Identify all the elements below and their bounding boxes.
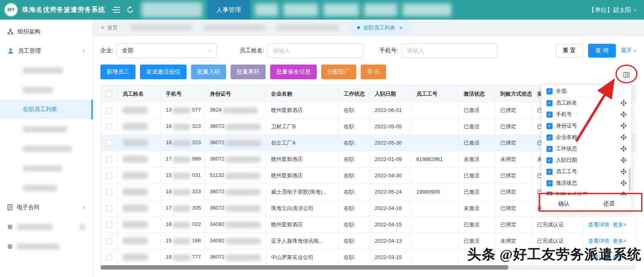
restore-button[interactable]: 还原: [586, 196, 632, 212]
sidebar-item-employee-management[interactable]: 员工管理 ∧: [0, 41, 93, 60]
view-detail-link[interactable]: 查看详情: [588, 238, 609, 244]
more-link[interactable]: 更多>: [613, 221, 626, 228]
checkbox-checked-icon[interactable]: ✓: [546, 123, 553, 129]
checkbox-checked-icon[interactable]: ✓: [546, 112, 553, 118]
tab-redacted[interactable]: [277, 25, 338, 31]
column-option[interactable]: ✓ 工作状态: [542, 143, 631, 154]
send-activation-sms-button[interactable]: 发送激活短信: [140, 65, 187, 79]
company-select[interactable]: 全部 ∨: [117, 43, 217, 58]
drag-handle-icon[interactable]: [621, 123, 626, 129]
dot-icon: [357, 26, 360, 29]
drag-handle-icon[interactable]: [621, 192, 626, 195]
sidebar-subitem-redacted[interactable]: [0, 60, 93, 80]
sidebar-item-org-structure[interactable]: 组织架构: [0, 22, 93, 41]
drag-handle-icon[interactable]: [621, 157, 626, 163]
tab-redacted[interactable]: [130, 25, 191, 31]
more-link[interactable]: 更多>: [613, 238, 626, 244]
column-settings-button[interactable]: [621, 69, 632, 80]
checkbox-checked-icon[interactable]: ✓: [546, 157, 553, 163]
nav-item-redacted[interactable]: [283, 3, 318, 16]
tab-active-employee-list[interactable]: 在职员工列表 ×: [351, 20, 409, 36]
add-employee-button[interactable]: 新增员工: [100, 65, 135, 79]
nav-item-redacted[interactable]: [323, 3, 359, 16]
scrollbar-thumb[interactable]: [100, 265, 509, 270]
column-option[interactable]: ✓ 员工工号: [542, 166, 631, 177]
column-option[interactable]: ✓ 到账方式状态: [542, 189, 631, 195]
collapse-menu-icon[interactable]: [112, 7, 120, 13]
sidebar-item-econtract[interactable]: 电子合同 ∨: [0, 198, 93, 217]
row-checkbox[interactable]: [106, 238, 112, 244]
checkbox-checked-icon[interactable]: ✓: [546, 88, 553, 94]
view-detail-link[interactable]: 查看详情: [588, 254, 609, 260]
checkbox-checked-icon[interactable]: ✓: [546, 134, 553, 141]
row-checkbox[interactable]: [106, 156, 112, 163]
row-checkbox[interactable]: [106, 173, 112, 179]
batch-onboard-button[interactable]: 批量入职: [191, 65, 226, 79]
row-checkbox[interactable]: [106, 140, 112, 146]
horizontal-scrollbar[interactable]: [100, 265, 637, 270]
panel-scrollbar[interactable]: [629, 168, 631, 191]
row-checkbox[interactable]: [106, 124, 112, 130]
export-button[interactable]: 导 出: [361, 65, 386, 79]
checkbox-checked-icon[interactable]: ✓: [546, 100, 553, 106]
sidebar-subitem-redacted[interactable]: [0, 80, 93, 100]
batch-leave-button[interactable]: 批量离职: [231, 65, 266, 79]
confirm-button[interactable]: 确认: [542, 196, 586, 212]
drag-handle-icon[interactable]: [621, 180, 626, 186]
nav-item-hr-management[interactable]: 人事管理: [207, 0, 250, 20]
phone-redacted: [173, 206, 191, 212]
drag-handle-icon[interactable]: [621, 112, 626, 117]
employee-name-input[interactable]: [267, 43, 363, 58]
column-option[interactable]: ✓ 手机号: [542, 109, 631, 120]
header-checkbox[interactable]: [106, 91, 112, 97]
row-checkbox[interactable]: [106, 206, 112, 212]
batch-edit-button[interactable]: 批量修改信息: [270, 65, 317, 79]
checkbox-checked-icon[interactable]: ✓: [546, 146, 553, 152]
nav-item-redacted[interactable]: [402, 3, 451, 16]
assign-factory-button[interactable]: 分配驻厂: [321, 65, 356, 79]
row-checkbox[interactable]: [106, 107, 112, 114]
checkbox-checked-icon[interactable]: ✓: [546, 192, 553, 196]
select-all-option[interactable]: ✓ 全选: [542, 85, 631, 97]
row-checkbox[interactable]: [106, 189, 112, 195]
sidebar-subitem-redacted[interactable]: [0, 159, 93, 178]
id-cell: 36072: [205, 200, 266, 217]
binding-cell: 已绑定: [495, 184, 532, 200]
search-button[interactable]: 查 询: [588, 44, 616, 58]
column-option[interactable]: ✓ 企业名称: [542, 132, 631, 143]
sidebar-subitem-redacted[interactable]: [0, 119, 93, 139]
sidebar-subitem-redacted[interactable]: [0, 139, 93, 159]
close-icon[interactable]: ×: [399, 25, 402, 31]
nav-item-redacted[interactable]: [141, 2, 202, 18]
expand-toggle[interactable]: 展开 ∨: [621, 47, 637, 54]
row-checkbox[interactable]: [106, 255, 112, 261]
sidebar-item-active-employee-list[interactable]: 在职员工列表: [0, 100, 93, 119]
view-detail-link[interactable]: 查看详情: [588, 221, 609, 228]
column-option[interactable]: ✓ 激活状态: [542, 177, 631, 189]
drag-handle-icon[interactable]: [621, 100, 626, 106]
drag-handle-icon[interactable]: [621, 146, 626, 152]
company-cell: 赣州星辉酒店: [266, 102, 339, 118]
nav-item-redacted[interactable]: [255, 3, 278, 16]
work-status-cell: 在职: [339, 217, 370, 233]
sidebar-item-redacted[interactable]: [0, 217, 93, 237]
column-option[interactable]: ✓ 身份证号: [542, 120, 631, 132]
column-option[interactable]: ✓ 入职日期: [542, 154, 631, 166]
drag-handle-icon[interactable]: [621, 134, 626, 140]
row-checkbox[interactable]: [106, 222, 112, 228]
drag-handle-icon[interactable]: [621, 169, 626, 174]
tab-redacted[interactable]: [204, 25, 265, 31]
sidebar-item-redacted[interactable]: [0, 237, 93, 256]
reset-button[interactable]: 重 置: [555, 44, 583, 58]
column-option[interactable]: ✓ 员工姓名: [542, 97, 631, 109]
refresh-icon[interactable]: [127, 6, 134, 13]
nav-item-redacted[interactable]: [364, 3, 398, 16]
checkbox-checked-icon[interactable]: ✓: [546, 180, 553, 186]
user-menu[interactable]: 【单位】赵太阳 ∨: [588, 6, 637, 14]
sidebar-subitem-redacted[interactable]: [0, 178, 93, 198]
checkbox-checked-icon[interactable]: ✓: [546, 169, 553, 175]
phone-input[interactable]: [402, 43, 497, 58]
tab-home[interactable]: 首页: [101, 20, 118, 36]
company-cell: 威士茂电子塑胶(珠海)...: [266, 184, 339, 200]
more-link[interactable]: 更多>: [613, 254, 626, 260]
